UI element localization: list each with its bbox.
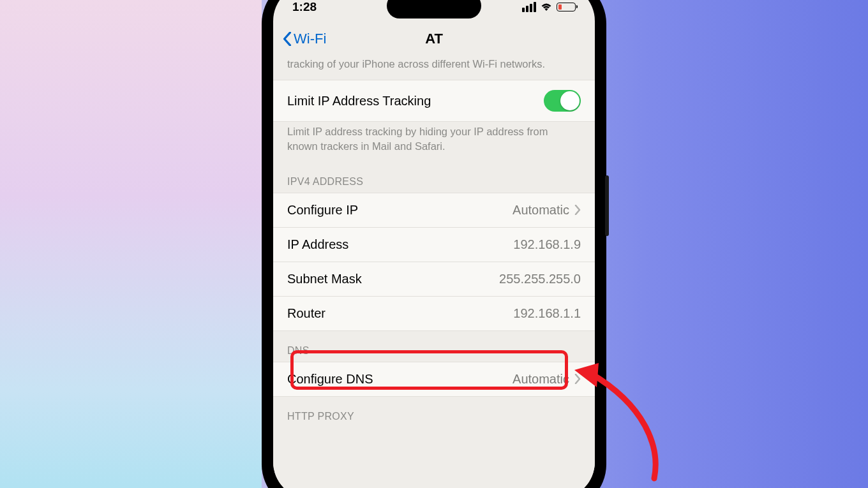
settings-content: tracking of your iPhone across different…	[273, 54, 595, 488]
wifi-icon	[540, 2, 553, 12]
router-row: Router 192.168.1.1	[273, 297, 595, 331]
battery-fill	[558, 4, 562, 10]
configure-dns-value: Automatic	[513, 372, 581, 387]
nav-title: AT	[425, 31, 443, 47]
power-button	[605, 175, 609, 236]
ip-address-row: IP Address 192.168.1.9	[273, 228, 595, 262]
phone-frame: 1:28 Wi-Fi AT	[262, 0, 606, 488]
configure-ip-value: Automatic	[513, 203, 581, 218]
navigation-bar: Wi-Fi AT	[273, 24, 595, 54]
status-right	[522, 2, 576, 12]
background-left-gradient	[0, 0, 262, 488]
chevron-right-icon	[574, 205, 581, 215]
ip-address-value: 192.168.1.9	[513, 237, 581, 252]
subnet-mask-value: 255.255.255.0	[499, 272, 581, 286]
router-value: 192.168.1.1	[513, 306, 581, 321]
chevron-left-icon	[282, 32, 292, 46]
ip-address-label: IP Address	[287, 237, 348, 252]
limit-ip-tracking-row[interactable]: Limit IP Address Tracking	[273, 80, 595, 122]
battery-icon	[557, 3, 576, 11]
configure-ip-label: Configure IP	[287, 203, 358, 218]
phone-screen: 1:28 Wi-Fi AT	[273, 0, 595, 488]
router-label: Router	[287, 306, 326, 321]
configure-dns-label: Configure DNS	[287, 372, 373, 387]
configure-ip-row[interactable]: Configure IP Automatic	[273, 193, 595, 228]
configure-dns-row[interactable]: Configure DNS Automatic	[273, 362, 595, 397]
chevron-right-icon	[574, 374, 581, 384]
dns-header: DNS	[273, 331, 595, 362]
cellular-signal-icon	[522, 2, 536, 12]
limit-ip-label: Limit IP Address Tracking	[287, 94, 431, 108]
ipv4-header: IPV4 ADDRESS	[273, 162, 595, 193]
http-proxy-header: HTTP PROXY	[273, 397, 595, 427]
private-address-footer: tracking of your iPhone across different…	[273, 54, 595, 80]
subnet-mask-label: Subnet Mask	[287, 272, 362, 286]
subnet-mask-row: Subnet Mask 255.255.255.0	[273, 262, 595, 297]
status-time: 1:28	[292, 0, 317, 14]
back-button[interactable]: Wi-Fi	[282, 31, 326, 47]
limit-ip-footer: Limit IP address tracking by hiding your…	[273, 122, 595, 162]
limit-ip-toggle[interactable]	[544, 90, 581, 112]
dynamic-island	[387, 0, 481, 18]
back-label: Wi-Fi	[294, 31, 326, 47]
